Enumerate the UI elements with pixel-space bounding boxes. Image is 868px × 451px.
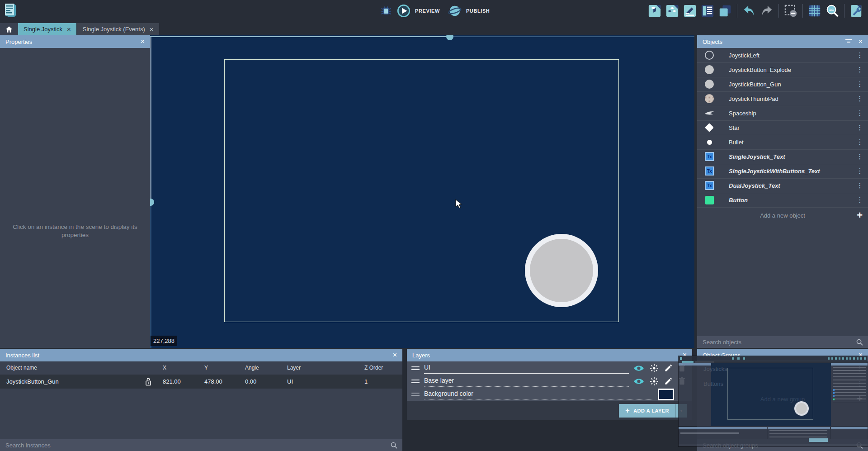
filter-icon[interactable] (845, 38, 852, 45)
tab-bar: Single Joystick × Single Joystick (Event… (0, 22, 868, 35)
object-row[interactable]: Star ⋮ (697, 120, 868, 135)
add-layer-label: ADD A LAYER (633, 408, 669, 413)
object-menu-icon[interactable]: ⋮ (855, 123, 864, 132)
object-row[interactable]: Tx DualJoystick_Text ⋮ (697, 178, 868, 193)
object-menu-icon[interactable]: ⋮ (855, 152, 864, 161)
text-object-icon: Tx (703, 181, 716, 190)
layer-name[interactable]: UI (424, 362, 629, 374)
circle-gray-icon (703, 80, 716, 89)
layer-row-background-color[interactable]: Background color (407, 388, 692, 401)
edit-pencil-icon[interactable] (664, 364, 673, 372)
gdevelop-logo-icon[interactable] (4, 3, 17, 18)
publish-button[interactable]: PUBLISH (466, 8, 490, 14)
objects-search-input[interactable] (702, 338, 856, 346)
instance-row[interactable]: JoystickButton_Gun 821.00 478.00 0.00 UI… (0, 375, 402, 389)
scene-editor-canvas[interactable]: 227;288 (150, 35, 694, 348)
drag-handle-icon[interactable] (411, 366, 420, 370)
thumb-search-strip (679, 444, 868, 446)
vertical-scrollbar-track[interactable] (150, 37, 151, 199)
object-menu-icon[interactable]: ⋮ (855, 109, 864, 117)
background-color-swatch[interactable] (658, 389, 674, 400)
open-properties-panel-icon[interactable] (683, 4, 697, 18)
object-menu-icon[interactable]: ⋮ (855, 181, 864, 190)
instances-search-input[interactable] (5, 442, 390, 449)
object-row[interactable]: Tx SingleJoystick_Text ⋮ (697, 149, 868, 164)
open-instances-list-panel-icon[interactable] (700, 4, 715, 18)
open-objects-panel-icon[interactable] (647, 4, 662, 18)
debugger-icon[interactable] (380, 5, 392, 17)
layer-effects-icon[interactable] (650, 377, 659, 386)
vertical-scrollbar-handle[interactable] (150, 199, 154, 206)
drag-handle-icon[interactable] (411, 380, 420, 383)
object-row[interactable]: Button ⋮ (697, 193, 868, 208)
horizontal-scrollbar-track[interactable] (453, 36, 694, 37)
instances-panel-header: Instances list × (0, 349, 402, 361)
thumb-text-object-icon (833, 392, 835, 394)
layer-effects-icon[interactable] (650, 364, 659, 373)
object-row[interactable]: JoystickThumbPad ⋮ (697, 91, 868, 106)
add-object-button[interactable]: Add a new object + (697, 208, 868, 223)
object-row[interactable]: Spaceship ⋮ (697, 106, 868, 121)
column-y: Y (204, 365, 208, 371)
unlock-icon[interactable] (144, 376, 153, 387)
object-row[interactable]: JoystickButton_Explode ⋮ (697, 62, 868, 77)
visibility-eye-icon[interactable] (633, 377, 644, 385)
undo-icon[interactable] (742, 4, 756, 18)
preview-play-icon[interactable] (397, 4, 410, 18)
delete-selection-icon[interactable] (783, 4, 798, 18)
thumb-text-object-icon (833, 389, 835, 391)
close-icon[interactable]: × (859, 38, 863, 46)
open-object-groups-panel-icon[interactable] (665, 4, 679, 18)
close-icon[interactable]: × (141, 38, 145, 46)
toggle-grid-icon[interactable] (807, 4, 822, 18)
layer-name[interactable]: Base layer (424, 375, 629, 387)
vertical-scrollbar-track[interactable] (150, 205, 151, 348)
layer-row-ui[interactable]: UI (407, 361, 692, 375)
object-row[interactable]: JoystickButton_Gun ⋮ (697, 77, 868, 92)
object-menu-icon[interactable]: ⋮ (855, 196, 864, 204)
object-menu-icon[interactable]: ⋮ (855, 95, 864, 103)
close-icon[interactable]: × (393, 351, 397, 359)
visibility-eye-icon[interactable] (633, 364, 644, 372)
objects-panel-title: Objects (703, 38, 722, 45)
object-row[interactable]: JoystickLeft ⋮ (697, 48, 868, 63)
add-layer-button[interactable]: +ADD A LAYER ▾ (619, 404, 687, 418)
object-menu-icon[interactable]: ⋮ (855, 138, 864, 146)
layer-name[interactable]: Background color (424, 389, 653, 400)
floating-window-thumbnail[interactable] (678, 356, 868, 447)
layers-panel-header: Layers × (407, 349, 692, 361)
tab-close-icon[interactable]: × (150, 26, 154, 33)
redo-icon[interactable] (760, 4, 774, 18)
horizontal-scrollbar-track[interactable] (150, 36, 447, 37)
horizontal-scrollbar-handle[interactable] (446, 35, 453, 40)
object-row[interactable]: Bullet ⋮ (697, 135, 868, 150)
tab-close-icon[interactable]: × (67, 26, 71, 33)
settings-wrench-icon[interactable] (849, 4, 863, 18)
publish-planet-icon[interactable] (448, 4, 462, 18)
thumb-instances-panel (679, 427, 767, 444)
tab-single-joystick-events[interactable]: Single Joystick (Events) × (77, 23, 159, 35)
preview-button[interactable]: PREVIEW (415, 8, 440, 14)
objects-panel-header: Objects × (697, 35, 868, 48)
object-menu-icon[interactable]: ⋮ (855, 51, 864, 59)
editor-toolbar: 1:1 (647, 3, 863, 19)
object-menu-icon[interactable]: ⋮ (855, 167, 864, 175)
tab-home[interactable] (0, 23, 18, 35)
edit-pencil-icon[interactable] (664, 377, 673, 385)
circle-speckled-icon (703, 94, 716, 103)
open-layers-panel-icon[interactable] (718, 4, 732, 18)
zoom-1-1-icon[interactable]: 1:1 (825, 4, 840, 18)
layer-row-base[interactable]: Base layer (407, 375, 692, 388)
instances-search-bar[interactable] (0, 439, 402, 451)
instances-panel-title: Instances list (5, 352, 39, 359)
tab-single-joystick[interactable]: Single Joystick × (18, 23, 76, 35)
objects-panel: Objects × JoystickLeft ⋮ JoystickButton_… (697, 35, 868, 348)
object-menu-icon[interactable]: ⋮ (855, 66, 864, 74)
object-menu-icon[interactable]: ⋮ (855, 80, 864, 88)
tab-label: Single Joystick (24, 26, 62, 33)
search-icon (856, 338, 863, 346)
objects-search-bar[interactable] (697, 336, 868, 348)
column-angle: Angle (245, 365, 259, 371)
joystick-button-instance[interactable] (525, 234, 598, 307)
object-row[interactable]: Tx SingleJoystickWithButtons_Text ⋮ (697, 164, 868, 179)
